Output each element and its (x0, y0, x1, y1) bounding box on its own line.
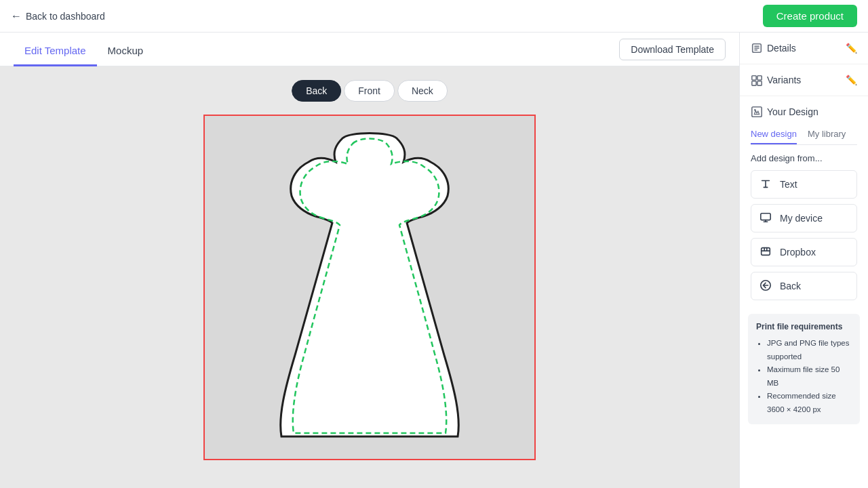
monitor-icon (760, 211, 773, 225)
dress-preview (234, 125, 505, 450)
variants-icon (751, 74, 763, 86)
svg-rect-6 (752, 81, 756, 85)
svg-rect-7 (757, 81, 762, 85)
back-label: Back (780, 281, 801, 291)
view-neck-button[interactable]: Neck (397, 80, 448, 102)
tab-edit-template[interactable]: Edit Template (14, 37, 97, 66)
view-selector: Back Front Neck (292, 80, 448, 102)
svg-rect-11 (762, 248, 770, 256)
dropbox-label: Dropbox (780, 247, 816, 258)
download-template-button[interactable]: Download Template (619, 39, 726, 60)
details-icon (751, 42, 763, 54)
your-design-icon (751, 106, 763, 118)
details-section: Details ✏️ (740, 33, 868, 64)
my-device-label: My device (780, 213, 823, 224)
add-design-device-button[interactable]: My device (751, 204, 857, 232)
editor-area: Edit Template Mockup Download Template B… (0, 33, 739, 488)
back-circle-icon (760, 279, 773, 293)
variants-edit-icon[interactable]: ✏️ (846, 75, 857, 85)
tabs-bar: Edit Template Mockup Download Template (0, 33, 739, 66)
design-sub-tabs: New design My library (751, 125, 857, 145)
tab-new-design[interactable]: New design (751, 125, 797, 144)
back-arrow-icon: ← (11, 10, 22, 22)
text-icon (760, 178, 773, 191)
svg-rect-8 (752, 107, 762, 117)
create-product-button[interactable]: Create product (763, 5, 857, 27)
add-design-text-button[interactable]: Text (751, 170, 857, 199)
svg-rect-10 (761, 214, 770, 220)
print-req-list: JPG and PNG file types supported Maximum… (756, 337, 852, 416)
svg-rect-4 (752, 76, 756, 80)
print-requirements: Print file requirements JPG and PNG file… (748, 314, 860, 424)
view-front-button[interactable]: Front (344, 80, 395, 102)
your-design-label: Your Design (767, 106, 818, 117)
add-design-back-button[interactable]: Back (751, 272, 857, 300)
canvas-area: Back Front Neck (0, 66, 739, 488)
main-layout: Edit Template Mockup Download Template B… (0, 33, 868, 488)
print-req-item-1: JPG and PNG file types supported (767, 337, 852, 363)
add-design-label: Add design from... (751, 153, 857, 163)
print-req-item-3: Recommended size 3600 × 4200 px (767, 390, 852, 416)
view-back-button[interactable]: Back (292, 80, 341, 102)
text-option-label: Text (780, 179, 797, 190)
your-design-section: Your Design New design My library Add de… (740, 96, 868, 306)
details-label: Details (767, 43, 842, 54)
print-req-title: Print file requirements (756, 322, 852, 331)
svg-rect-5 (757, 76, 762, 80)
variants-section: Variants ✏️ (740, 64, 868, 96)
print-req-item-2: Maximum file size 50 MB (767, 363, 852, 390)
variants-label: Variants (767, 75, 842, 85)
add-design-dropbox-button[interactable]: Dropbox (751, 238, 857, 266)
canvas-frame (203, 115, 536, 460)
svg-point-9 (754, 109, 756, 111)
tab-my-library[interactable]: My library (808, 125, 846, 144)
back-label: Back to dashboard (26, 11, 105, 22)
tab-mockup[interactable]: Mockup (97, 37, 155, 66)
back-to-dashboard-link[interactable]: ← Back to dashboard (11, 10, 105, 22)
details-edit-icon[interactable]: ✏️ (846, 43, 857, 54)
top-nav: ← Back to dashboard Create product (0, 0, 868, 33)
dropbox-icon (760, 245, 773, 259)
right-sidebar: Details ✏️ Variants ✏️ (739, 33, 868, 488)
